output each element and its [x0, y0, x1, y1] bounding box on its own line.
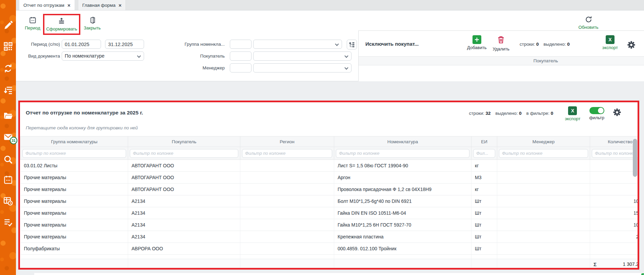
cell-region — [240, 184, 334, 195]
report-table: Группа номенклатуры Покупатель Регион Но… — [20, 136, 639, 270]
column-header[interactable]: ЕИ — [471, 136, 497, 147]
cell-manager — [497, 207, 590, 219]
period-button[interactable]: Период — [22, 16, 43, 30]
cell-region — [240, 195, 334, 207]
cell-unit: кг — [471, 160, 497, 172]
pencil-icon[interactable] — [3, 20, 13, 30]
cell-unit: Шт — [471, 207, 497, 219]
export-excel-button[interactable]: X экспорт — [602, 35, 618, 50]
selected-count: 0 — [519, 111, 522, 116]
cell-nomenclature: Болт М10*1,25-6g*40 по DIN 6921 — [334, 195, 471, 207]
qr-code-icon[interactable] — [3, 41, 13, 51]
print-queue-icon[interactable] — [3, 85, 13, 96]
filter-toggle[interactable]: фильтр — [589, 107, 604, 120]
column-header[interactable]: Менеджер — [497, 136, 590, 147]
column-header[interactable]: Номенклатура — [334, 136, 471, 147]
cell-qty: 4.0 — [590, 243, 640, 255]
cell-nomenclature: Крепежная пластина — [334, 231, 471, 243]
exclude-grid-header[interactable]: Покупатель — [359, 56, 644, 65]
report-title: Отчет по отгрузке по номенклатуре за 202… — [26, 110, 143, 116]
cell-region — [240, 160, 334, 172]
cell-group: Прочие материалы — [21, 207, 128, 219]
search-icon[interactable] — [3, 154, 13, 165]
sum-row: Σ 1 307.26 — [21, 259, 640, 270]
cell-manager — [497, 243, 590, 255]
column-header[interactable]: Регион — [240, 136, 334, 147]
column-filter-input[interactable] — [473, 149, 495, 158]
refresh-icon — [585, 16, 592, 23]
nomenclature-group-select[interactable] — [253, 40, 342, 49]
excel-icon: X — [606, 35, 615, 44]
quantity-total: 1 307.26 — [623, 261, 640, 267]
close-icon[interactable]: × — [67, 3, 71, 8]
close-icon[interactable]: × — [119, 3, 122, 8]
column-filter-input[interactable] — [336, 149, 469, 158]
column-header[interactable]: Покупатель — [128, 136, 240, 147]
nomenclature-group-code-input[interactable] — [230, 40, 251, 49]
chevron-down-icon — [344, 54, 348, 58]
column-filter-input[interactable] — [499, 149, 588, 158]
export-excel-button[interactable]: X экспорт — [565, 106, 580, 121]
cell-unit: Шт — [471, 231, 497, 243]
manager-select[interactable] — [253, 63, 351, 72]
tab-report-shipments[interactable]: Отчет по отгрузкам × — [19, 0, 75, 10]
tree-hierarchy-icon — [349, 42, 355, 48]
date-from-input[interactable] — [62, 40, 101, 49]
report-panel: Отчет по отгрузке по номенклатуре за 202… — [18, 101, 639, 270]
app-window: 31 Отчет по отгрузкам × Главная форма × … — [0, 0, 644, 275]
cell-qty: 22.0 — [590, 231, 640, 243]
table-row[interactable]: ПолуфабрикатыАВРОРА ООО000.4859. 012.100… — [21, 243, 640, 255]
doc-type-select[interactable]: По номенклатуре — [62, 51, 144, 61]
column-filter-input[interactable] — [592, 149, 639, 158]
cell-qty: 1.0 — [590, 160, 640, 172]
cell-buyer: АВТОГАРАНТ ООО — [128, 184, 240, 195]
cell-manager — [497, 219, 590, 231]
refresh-button[interactable]: Обновить — [577, 16, 600, 30]
column-filter-input[interactable] — [242, 149, 332, 158]
delete-button[interactable]: Удалить — [492, 35, 509, 51]
cell-nomenclature: Гайка М10*1,25 6Н ГОСТ 5927-70 — [334, 219, 471, 231]
tree-view-button[interactable] — [347, 40, 357, 49]
table-header-row: Группа номенклатуры Покупатель Регион Но… — [21, 136, 640, 147]
folder-open-icon[interactable] — [3, 110, 13, 121]
tab-main-form[interactable]: Главная форма × — [78, 0, 126, 10]
cell-region — [240, 219, 334, 231]
table-row[interactable]: Прочие материалыАВТОГАРАНТ ОООАргонМ31.0 — [21, 172, 640, 184]
cell-nomenclature: Аргон — [334, 172, 471, 184]
buyer-code-input[interactable] — [230, 51, 251, 61]
table-row[interactable]: 03.01.02 ЛистыАВТОГАРАНТ ОООЛист S= 1,5 … — [21, 160, 640, 172]
generate-button[interactable]: Сформировать — [46, 17, 77, 31]
table-row[interactable]: Прочие материалыА2134Крепежная пластинаШ… — [21, 231, 640, 243]
cell-group: Полуфабрикаты — [21, 243, 128, 255]
nomenclature-group-label: Группа номенкла... — [145, 40, 225, 49]
close-form-button[interactable]: Закрыть — [82, 16, 102, 30]
mail-icon[interactable]: 31 — [3, 132, 13, 142]
report-header: Отчет по отгрузке по номенклатуре за 202… — [20, 102, 638, 121]
cell-buyer: А2134 — [128, 195, 240, 207]
column-header[interactable]: Группа номенклатуры — [21, 136, 128, 147]
sync-icon[interactable] — [3, 63, 13, 73]
task-checklist-icon[interactable] — [3, 217, 13, 228]
vertical-scrollbar-thumb[interactable] — [633, 139, 637, 177]
table-row[interactable]: Прочие материалыА2134Гайка М10*1,25 6Н Г… — [21, 219, 640, 231]
buyer-select[interactable] — [253, 51, 351, 61]
spacer-row — [21, 255, 640, 259]
column-filter-input[interactable] — [130, 149, 238, 158]
tab-label: Главная форма — [82, 3, 116, 8]
table-row[interactable]: Прочие материалыА2134Болт М10*1,25-6g*40… — [21, 195, 640, 207]
settings-gear-icon[interactable] — [627, 40, 636, 51]
date-to-input[interactable] — [105, 40, 144, 49]
report-schedule-icon[interactable] — [3, 196, 13, 206]
calendar-icon[interactable] — [3, 175, 13, 185]
cell-unit: Шт — [471, 195, 497, 207]
tab-label: Отчет по отгрузкам — [23, 3, 64, 8]
table-row[interactable]: Прочие материалыАВТОГАРАНТ ОООПроволока … — [21, 184, 640, 195]
column-header[interactable]: Количество — [590, 136, 640, 147]
column-filter-input[interactable] — [22, 149, 126, 158]
table-row[interactable]: Прочие материалыА2134Гайка DIN EN ISO 10… — [21, 207, 640, 219]
settings-gear-icon[interactable] — [612, 108, 622, 118]
mail-badge: 31 — [10, 137, 17, 144]
chevron-down-icon — [137, 54, 141, 58]
manager-code-input[interactable] — [230, 63, 251, 72]
add-button[interactable]: Добавить — [467, 35, 486, 50]
